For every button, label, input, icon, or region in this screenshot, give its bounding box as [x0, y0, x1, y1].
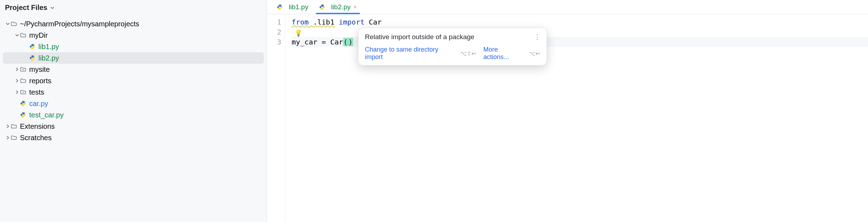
chevron-right-icon	[5, 135, 11, 141]
intention-action-more[interactable]: More actions...	[483, 46, 524, 61]
shortcut-hint: ⌥⇧↩	[460, 50, 476, 57]
tree-label: test_car.py	[29, 111, 64, 119]
tree-file-testcar[interactable]: test_car.py	[0, 109, 267, 121]
folder-icon	[20, 32, 26, 38]
more-options-icon[interactable]: ⋮	[534, 33, 540, 41]
tree-label: myDir	[29, 31, 48, 39]
tree-label: reports	[29, 77, 51, 85]
tab-lib2[interactable]: lib2.py ×	[314, 0, 362, 14]
file-tree: ~/PycharmProjects/mysampleprojects myDir…	[0, 17, 267, 145]
shortcut-hint: ⌥↩	[529, 50, 540, 57]
tree-dir-mydir[interactable]: myDir	[0, 30, 267, 41]
tree-dir-tests[interactable]: tests	[0, 86, 267, 98]
intention-action-change-import[interactable]: Change to same directory import	[365, 46, 455, 61]
line-number: 2	[267, 27, 281, 37]
svg-point-11	[281, 9, 281, 9]
svg-point-8	[22, 113, 22, 113]
chevron-right-icon	[14, 67, 20, 72]
folder-icon	[20, 78, 26, 84]
folder-icon	[11, 134, 17, 141]
svg-point-7	[24, 105, 24, 105]
svg-point-5	[23, 92, 24, 93]
line-gutter: 1 2 3	[267, 14, 285, 222]
chevron-right-icon	[5, 123, 11, 129]
svg-point-0	[31, 44, 31, 45]
chevron-down-icon	[14, 32, 20, 38]
tree-node-scratches[interactable]: Scratches	[0, 132, 267, 143]
chevron-down-icon	[5, 21, 11, 27]
tree-label: car.py	[29, 100, 48, 108]
tree-root[interactable]: ~/PycharmProjects/mysampleprojects	[0, 18, 267, 30]
folder-dot-icon	[20, 89, 26, 95]
intention-title: Relative import outside of a package	[365, 33, 474, 41]
tree-label: Extensions	[20, 122, 55, 131]
project-files-panel: Project Files ~/PycharmProjects/mysample…	[0, 0, 267, 222]
tree-label: Scratches	[20, 134, 52, 142]
close-icon[interactable]: ×	[354, 4, 357, 10]
python-file-icon	[319, 4, 325, 10]
svg-point-3	[33, 59, 33, 60]
folder-dot-icon	[20, 66, 26, 73]
tree-node-extensions[interactable]: Extensions	[0, 121, 267, 132]
python-file-icon	[20, 112, 26, 118]
svg-point-13	[323, 9, 323, 9]
intention-popup: Relative import outside of a package ⋮ C…	[358, 28, 547, 65]
tree-label: ~/PycharmProjects/mysampleprojects	[20, 20, 139, 28]
project-files-header[interactable]: Project Files	[0, 0, 267, 17]
tab-label: lib2.py	[331, 3, 351, 11]
chevron-right-icon	[14, 89, 20, 95]
tree-file-car[interactable]: car.py	[0, 98, 267, 109]
chevron-down-icon	[49, 5, 55, 11]
tree-dir-reports[interactable]: reports	[0, 75, 267, 86]
tab-lib1[interactable]: lib1.py	[271, 0, 314, 14]
svg-point-12	[321, 5, 321, 5]
svg-point-6	[22, 101, 22, 102]
line-number: 3	[267, 37, 281, 47]
tree-file-lib2[interactable]: lib2.py	[3, 52, 264, 64]
svg-point-2	[31, 56, 31, 56]
intention-bulb-icon[interactable]: 💡	[294, 28, 302, 38]
python-file-icon	[29, 43, 36, 50]
tree-label: lib2.py	[38, 54, 59, 62]
svg-point-4	[23, 69, 24, 70]
code-editor[interactable]: 1 2 3 from .lib1 import Car 💡 my_car = C…	[267, 14, 868, 222]
folder-icon	[11, 21, 17, 27]
panel-title: Project Files	[5, 4, 47, 12]
svg-point-9	[24, 116, 24, 117]
code-line[interactable]: from .lib1 import Car	[292, 17, 868, 27]
tree-file-lib1[interactable]: lib1.py	[0, 41, 267, 52]
svg-point-1	[33, 48, 33, 48]
folder-icon	[11, 123, 17, 130]
svg-point-10	[278, 5, 279, 5]
editor-tabs: lib1.py lib2.py ×	[267, 0, 868, 14]
line-number: 1	[267, 17, 281, 27]
tab-label: lib1.py	[289, 3, 308, 11]
chevron-right-icon	[14, 78, 20, 84]
python-file-icon	[20, 100, 26, 107]
tree-label: tests	[29, 88, 44, 96]
python-file-icon	[277, 4, 283, 10]
python-file-icon	[29, 55, 36, 61]
tree-label: mysite	[29, 65, 50, 74]
editor-area: lib1.py lib2.py × 1 2 3 from .lib1 impor…	[267, 0, 868, 222]
tree-dir-mysite[interactable]: mysite	[0, 64, 267, 75]
tree-label: lib1.py	[38, 43, 59, 51]
